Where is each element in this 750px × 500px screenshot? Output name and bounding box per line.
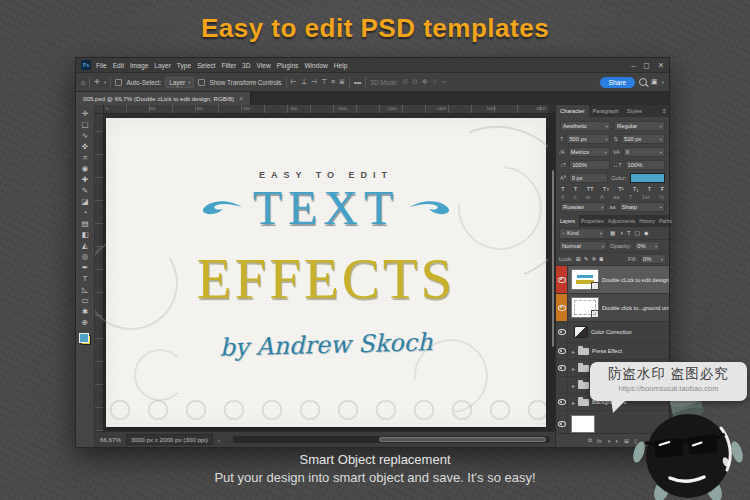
- menu-item[interactable]: Image: [130, 62, 148, 69]
- panel-menu-icon[interactable]: ≡: [662, 105, 669, 117]
- vertical-scale-field[interactable]: 100%: [569, 160, 610, 170]
- tab-paragraph[interactable]: Paragraph: [589, 105, 623, 117]
- tool-icon[interactable]: ◔: [83, 207, 88, 218]
- tool-icon[interactable]: ▢: [81, 119, 88, 130]
- layer-thumbnail[interactable]: [571, 297, 599, 318]
- font-size-field[interactable]: 500 px▾: [566, 134, 610, 144]
- horizontal-scrollbar[interactable]: [233, 436, 550, 443]
- auto-select-target-dropdown[interactable]: Layer ▾: [165, 77, 194, 88]
- format-icon[interactable]: T₁: [633, 186, 639, 192]
- 3d-mode-icon[interactable]: ⊙: [412, 78, 418, 86]
- tracking-field[interactable]: 0▾: [623, 147, 665, 157]
- more-options-icon[interactable]: •••: [354, 79, 361, 86]
- filter-type-icon[interactable]: ◆: [644, 230, 648, 236]
- menu-item[interactable]: Layer: [154, 62, 171, 69]
- filter-type-icon[interactable]: T: [627, 230, 631, 236]
- tool-icon[interactable]: ▤: [81, 218, 88, 229]
- tool-icon[interactable]: ◎: [82, 251, 89, 262]
- tab-paths[interactable]: Paths: [657, 215, 674, 227]
- tab-history[interactable]: History: [637, 215, 657, 227]
- ligature-icon[interactable]: aa: [613, 194, 620, 200]
- format-icon[interactable]: T: [561, 186, 565, 192]
- format-icon[interactable]: T¹: [618, 186, 624, 192]
- filter-type-icon[interactable]: ◑: [619, 230, 623, 236]
- tool-icon[interactable]: ✒: [82, 262, 88, 273]
- layer-row-design[interactable]: Double cLick to edit design: [556, 266, 669, 294]
- tool-icon[interactable]: ▭: [81, 295, 88, 306]
- layer-thumbnail[interactable]: [571, 415, 595, 433]
- tool-icon[interactable]: ⌗: [83, 152, 87, 163]
- format-icon[interactable]: TT: [586, 186, 593, 192]
- layer-group-press-effect[interactable]: ▸ Press Effect: [556, 343, 669, 360]
- format-icon[interactable]: Ŧ: [660, 186, 664, 192]
- expand-caret-icon[interactable]: ▸: [572, 365, 575, 372]
- menu-item[interactable]: Plugins: [277, 62, 299, 69]
- filter-type-icon[interactable]: ▦: [610, 230, 615, 236]
- format-icon[interactable]: Tт: [603, 186, 609, 192]
- layer-row-background-ornament-so[interactable]: Double click to...ground ornament: [556, 294, 669, 322]
- ligature-icon[interactable]: A: [600, 194, 604, 200]
- tool-icon[interactable]: ◺: [82, 284, 88, 295]
- menu-item[interactable]: Select: [197, 62, 215, 69]
- tool-icon[interactable]: ◉: [82, 163, 89, 174]
- layer-visibility-toggle[interactable]: [556, 377, 568, 393]
- horizontal-scale-field[interactable]: 100%: [625, 160, 666, 170]
- maximize-icon[interactable]: ◻: [643, 61, 649, 70]
- text-color-swatch[interactable]: [630, 173, 665, 183]
- layer-visibility-toggle[interactable]: [556, 411, 568, 433]
- tool-icon[interactable]: ✜: [82, 141, 88, 152]
- align-icon[interactable]: ≡: [331, 78, 335, 86]
- menu-item[interactable]: Edit: [113, 62, 124, 69]
- tab-properties[interactable]: Properties: [579, 215, 606, 227]
- ligature-icon[interactable]: T: [629, 194, 633, 200]
- move-tool-icon[interactable]: ✛: [94, 78, 100, 86]
- filter-type-icon[interactable]: ▢: [635, 230, 640, 236]
- artboard[interactable]: EASY TO EDIT TEXT EFFECTS by Andrew Skoc…: [106, 118, 546, 427]
- 3d-mode-icon[interactable]: ⊹: [432, 78, 438, 86]
- lock-icon[interactable]: ◙: [599, 256, 603, 262]
- tab-styles[interactable]: Styles: [623, 105, 646, 117]
- layers-footer-icon[interactable]: ⧉: [588, 437, 592, 444]
- expand-caret-icon[interactable]: ▸: [572, 382, 575, 389]
- ligature-icon[interactable]: st: [586, 194, 591, 200]
- tool-icon[interactable]: ◧: [81, 229, 88, 240]
- ligature-icon[interactable]: 1st: [642, 194, 650, 200]
- ligature-icon[interactable]: fi: [561, 194, 564, 200]
- tool-icon[interactable]: ✱: [82, 306, 88, 317]
- layers-footer-icon[interactable]: ◑: [607, 438, 611, 444]
- font-style-dropdown[interactable]: Regular▾: [614, 121, 665, 131]
- format-icon[interactable]: T: [648, 186, 652, 192]
- baseline-field[interactable]: 0 px: [569, 173, 608, 183]
- zoom-level[interactable]: 66,67%: [100, 436, 121, 443]
- layer-visibility-toggle[interactable]: [556, 294, 568, 321]
- leading-field[interactable]: 520 px▾: [621, 134, 665, 144]
- opacity-field[interactable]: 0%▾: [634, 241, 660, 251]
- align-icon[interactable]: ⊢: [291, 78, 297, 86]
- color-swatches[interactable]: [79, 333, 91, 345]
- align-icon[interactable]: ≣: [339, 78, 345, 86]
- lock-icon[interactable]: ✛: [592, 256, 597, 262]
- tool-icon[interactable]: ◪: [81, 196, 88, 207]
- menu-item[interactable]: File: [96, 62, 107, 69]
- tool-icon[interactable]: ✚: [82, 174, 88, 185]
- menu-item[interactable]: Type: [177, 62, 191, 69]
- ligature-icon[interactable]: ô: [573, 194, 576, 200]
- format-icon[interactable]: T: [574, 186, 578, 192]
- 3d-mode-icon[interactable]: ↺: [402, 78, 408, 86]
- align-icon[interactable]: ⊣: [311, 78, 317, 86]
- show-transform-checkbox[interactable]: [198, 79, 205, 86]
- status-chevron-icon[interactable]: ›: [218, 436, 220, 443]
- close-icon[interactable]: ✕: [658, 61, 664, 70]
- tab-close-icon[interactable]: ×: [239, 95, 243, 102]
- workspace-icon[interactable]: ▣: [651, 78, 658, 86]
- menu-item[interactable]: Window: [304, 62, 327, 69]
- foreground-color-swatch[interactable]: [79, 333, 89, 343]
- layer-filter-dropdown[interactable]: ⌕ Kind▾: [559, 228, 605, 239]
- layer-thumbnail[interactable]: [571, 269, 599, 290]
- kerning-field[interactable]: Metrics▾: [568, 147, 610, 157]
- auto-select-checkbox[interactable]: [115, 79, 122, 86]
- tab-adjustments[interactable]: Adjustments: [606, 215, 638, 227]
- lock-icon[interactable]: ⊞: [576, 256, 581, 262]
- font-family-dropdown[interactable]: Aesthetic▾: [560, 121, 611, 131]
- expand-caret-icon[interactable]: ▸: [572, 348, 575, 355]
